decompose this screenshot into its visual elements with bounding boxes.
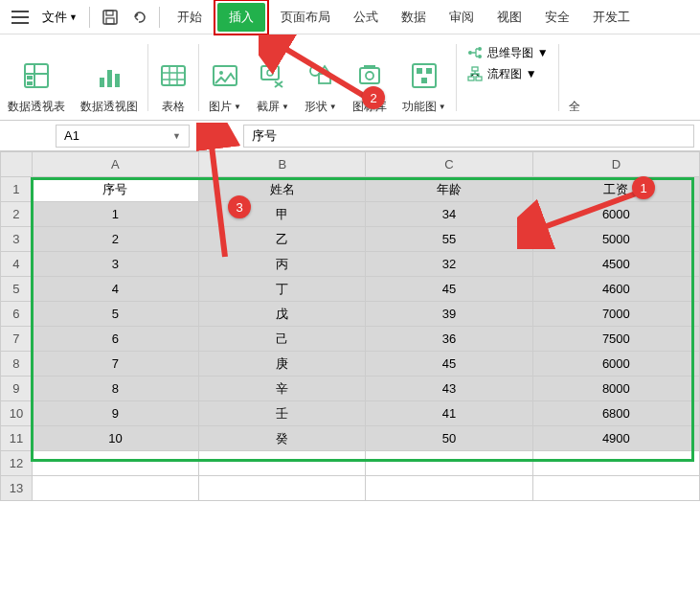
cell[interactable]: 55 bbox=[366, 227, 532, 252]
hamburger-menu[interactable] bbox=[4, 7, 36, 28]
pivot-table-button[interactable]: 数据透视表 bbox=[0, 40, 73, 115]
cell[interactable]: 年龄 bbox=[366, 177, 532, 202]
tab-formulas[interactable]: 公式 bbox=[342, 3, 390, 32]
row-header[interactable]: 1 bbox=[1, 177, 33, 202]
row-header[interactable]: 3 bbox=[1, 227, 33, 252]
cell[interactable]: 壬 bbox=[199, 401, 366, 426]
tab-view[interactable]: 视图 bbox=[485, 3, 533, 32]
cell[interactable]: 4 bbox=[32, 277, 198, 302]
cell[interactable]: 戊 bbox=[199, 302, 366, 327]
cell[interactable] bbox=[532, 476, 699, 501]
mindmap-button[interactable]: 思维导图▼ bbox=[466, 44, 549, 61]
undo-icon[interactable] bbox=[124, 5, 153, 30]
cell[interactable]: 3 bbox=[32, 252, 198, 277]
cell[interactable]: 6 bbox=[32, 327, 198, 352]
tab-insert[interactable]: 插入 bbox=[217, 3, 265, 32]
cell[interactable]: 5000 bbox=[532, 227, 699, 252]
all-button[interactable]: 全 bbox=[561, 40, 588, 115]
col-header-a[interactable]: A bbox=[32, 152, 198, 177]
cell[interactable]: 43 bbox=[366, 377, 532, 401]
cell[interactable]: 7000 bbox=[532, 302, 699, 327]
cell[interactable]: 己 bbox=[199, 327, 366, 352]
cell[interactable]: 姓名 bbox=[199, 177, 366, 202]
tab-security[interactable]: 安全 bbox=[533, 3, 581, 32]
cancel-icon[interactable] bbox=[195, 128, 211, 144]
row-header[interactable]: 11 bbox=[1, 426, 33, 451]
icons-button[interactable]: 图标库 bbox=[345, 40, 395, 115]
tab-review[interactable]: 审阅 bbox=[438, 3, 485, 32]
row-header[interactable]: 6 bbox=[1, 302, 33, 327]
cell[interactable]: 丁 bbox=[199, 277, 366, 302]
row-header[interactable]: 12 bbox=[1, 451, 33, 476]
tab-page-layout[interactable]: 页面布局 bbox=[269, 3, 342, 32]
cell[interactable] bbox=[199, 451, 366, 476]
cell[interactable]: 4900 bbox=[532, 426, 699, 451]
col-header-c[interactable]: C bbox=[366, 152, 532, 177]
cell-reference-box[interactable]: A1 ▼ bbox=[56, 125, 190, 148]
file-menu[interactable]: 文件 ▼ bbox=[36, 5, 83, 30]
cell[interactable]: 45 bbox=[366, 352, 532, 377]
formula-input[interactable]: 序号 bbox=[243, 125, 694, 148]
cell[interactable]: 10 bbox=[32, 426, 198, 451]
row-header[interactable]: 7 bbox=[1, 327, 33, 352]
cell[interactable]: 序号 bbox=[32, 177, 198, 202]
row-header[interactable]: 4 bbox=[1, 252, 33, 277]
cell[interactable]: 8 bbox=[32, 377, 198, 401]
fx-icon[interactable]: fx bbox=[222, 128, 237, 144]
cell[interactable] bbox=[199, 476, 366, 501]
pivot-chart-button[interactable]: 数据透视图 bbox=[73, 40, 146, 115]
shapes-button[interactable]: 形状▼ bbox=[297, 40, 345, 115]
cell[interactable]: 7 bbox=[32, 352, 198, 377]
cell[interactable]: 6000 bbox=[532, 202, 699, 227]
screenshot-button[interactable]: 截屏▼ bbox=[249, 40, 297, 115]
cell[interactable]: 7500 bbox=[532, 327, 699, 352]
row-header[interactable]: 13 bbox=[1, 476, 33, 501]
tab-home[interactable]: 开始 bbox=[166, 3, 214, 32]
cell[interactable] bbox=[532, 451, 699, 476]
cell[interactable]: 丙 bbox=[199, 252, 366, 277]
col-header-d[interactable]: D bbox=[532, 152, 699, 177]
cell[interactable]: 6800 bbox=[532, 401, 699, 426]
cell[interactable]: 9 bbox=[32, 401, 198, 426]
tab-developer[interactable]: 开发工 bbox=[581, 3, 642, 32]
spreadsheet[interactable]: A B C D 1 序号 姓名 年龄 工资 21甲346000 32乙55500… bbox=[0, 151, 700, 501]
cell[interactable]: 8000 bbox=[532, 377, 699, 401]
save-icon[interactable] bbox=[96, 5, 124, 30]
cell[interactable]: 32 bbox=[366, 252, 532, 277]
smartart-button[interactable]: 功能图▼ bbox=[395, 40, 454, 115]
row-header[interactable]: 9 bbox=[1, 377, 33, 401]
cell[interactable]: 6000 bbox=[532, 352, 699, 377]
cell[interactable]: 庚 bbox=[199, 352, 366, 377]
cell[interactable]: 辛 bbox=[199, 377, 366, 401]
cell[interactable] bbox=[366, 451, 532, 476]
cell[interactable]: 34 bbox=[366, 202, 532, 227]
col-header-b[interactable]: B bbox=[199, 152, 366, 177]
cell[interactable]: 39 bbox=[366, 302, 532, 327]
cell[interactable]: 5 bbox=[32, 302, 198, 327]
row-header[interactable]: 8 bbox=[1, 352, 33, 377]
cell[interactable]: 36 bbox=[366, 327, 532, 352]
cell[interactable]: 工资 bbox=[532, 177, 699, 202]
row-header[interactable]: 10 bbox=[1, 401, 33, 426]
cell[interactable]: 癸 bbox=[199, 426, 366, 451]
row-header[interactable]: 2 bbox=[1, 202, 33, 227]
cell[interactable]: 41 bbox=[366, 401, 532, 426]
picture-button[interactable]: 图片▼ bbox=[201, 40, 249, 115]
cell[interactable]: 4600 bbox=[532, 277, 699, 302]
cell[interactable]: 1 bbox=[32, 202, 198, 227]
cell[interactable]: 乙 bbox=[199, 227, 366, 252]
table-button[interactable]: 表格 bbox=[150, 40, 196, 115]
cell[interactable]: 50 bbox=[366, 426, 532, 451]
cell[interactable]: 4500 bbox=[532, 252, 699, 277]
cell[interactable] bbox=[366, 476, 532, 501]
row-header[interactable]: 5 bbox=[1, 277, 33, 302]
cell[interactable]: 甲 bbox=[199, 202, 366, 227]
flowchart-button[interactable]: 流程图▼ bbox=[466, 65, 549, 82]
cell[interactable]: 45 bbox=[366, 277, 532, 302]
tab-data[interactable]: 数据 bbox=[390, 3, 438, 32]
cell[interactable] bbox=[32, 476, 198, 501]
chevron-down-icon: ▼ bbox=[234, 103, 241, 111]
cell[interactable] bbox=[32, 451, 198, 476]
cell[interactable]: 2 bbox=[32, 227, 198, 252]
select-all-corner[interactable] bbox=[1, 152, 33, 177]
